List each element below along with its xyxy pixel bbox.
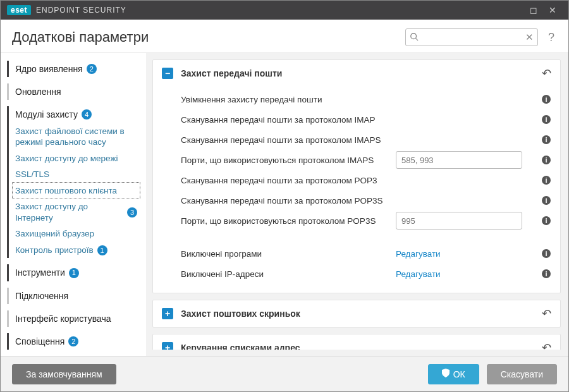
badge: 2 (68, 336, 78, 346)
brand-badge: eset (7, 5, 31, 15)
sidebar-item-label: Захист доступу до мережі (15, 153, 118, 164)
panel-mailboxes: + Захист поштових скриньок ↶ (152, 300, 561, 328)
row-scan-pop3: Сканування передачі пошти за протоколом … (181, 170, 551, 190)
sidebar-item-label: Ядро виявлення (15, 63, 83, 75)
row-label: Сканування передачі пошти за протоколом … (181, 135, 389, 145)
row-pop3s-ports: Порти, що використовуються протоколом PO… (181, 211, 551, 231)
badge: 3 (127, 207, 137, 217)
sidebar-sub-network-access[interactable]: Захист доступу до мережі (13, 150, 140, 167)
svg-text:i: i (545, 136, 547, 144)
defaults-button[interactable]: За замовчуванням (12, 364, 116, 384)
svg-text:i: i (545, 250, 547, 257)
input-imaps-ports[interactable] (396, 151, 522, 169)
svg-text:i: i (545, 197, 547, 204)
content: − Захист передачі пошти ↶ Увімкнення зах… (146, 53, 568, 356)
sidebar-item-label: Контроль пристроїв (15, 245, 94, 256)
expand-icon[interactable]: + (162, 342, 173, 350)
header: Додаткові параметри ✕ ? (1, 20, 568, 53)
row-label: Порти, що використовуються протоколом IM… (181, 156, 389, 165)
svg-text:i: i (545, 217, 547, 224)
sidebar-item-label: Оновлення (15, 86, 61, 97)
sidebar-item-label: Захист файлової системи в режимі реально… (15, 126, 137, 148)
ok-button[interactable]: ОК (428, 364, 479, 384)
sidebar-item-label: Захищений браузер (15, 228, 94, 240)
sidebar-item-tools[interactable]: Інструменти 1 (13, 264, 140, 281)
row-excluded-apps: Виключені програми Редагувати i (181, 243, 551, 264)
row-label: Сканування передачі пошти за протоколом … (181, 196, 389, 205)
info-icon[interactable]: i (541, 216, 551, 226)
info-icon[interactable]: i (541, 135, 551, 145)
row-excluded-ips: Виключені IP-адреси Редагувати i (181, 264, 551, 284)
info-icon[interactable]: i (541, 195, 551, 205)
row-label: Виключені IP-адреси (181, 269, 389, 279)
sidebar-item-ui[interactable]: Інтерфейс користувача (13, 310, 140, 327)
sidebar-sub-secure-browser[interactable]: Захищений браузер (13, 226, 140, 242)
expand-icon[interactable]: + (162, 308, 173, 319)
row-label: Виключені програми (181, 249, 389, 259)
cancel-button[interactable]: Скасувати (487, 364, 557, 384)
row-label: Сканування передачі пошти за протоколом … (181, 176, 389, 185)
sidebar-item-detection-core[interactable]: Ядро виявлення 2 (13, 61, 140, 77)
badge: 1 (97, 245, 107, 255)
search-input[interactable] (405, 28, 538, 46)
sidebar: Ядро виявлення 2 Оновлення Модулі захист… (1, 53, 146, 356)
sidebar-item-label: Захист поштового клієнта (15, 185, 117, 197)
sidebar-item-notifications[interactable]: Сповіщення 2 (13, 333, 140, 350)
panel-header[interactable]: − Захист передачі пошти ↶ (153, 60, 560, 87)
collapse-icon[interactable]: − (162, 68, 173, 79)
shield-icon (442, 369, 450, 379)
row-scan-pop3s: Сканування передачі пошти за протоколом … (181, 190, 551, 211)
info-icon[interactable]: i (541, 248, 551, 259)
reset-icon[interactable]: ↶ (542, 341, 551, 350)
sidebar-sub-device-control[interactable]: Контроль пристроїв 1 (13, 242, 140, 259)
panel-header[interactable]: + Захист поштових скриньок ↶ (153, 300, 560, 327)
sidebar-item-update[interactable]: Оновлення (13, 83, 140, 100)
info-icon[interactable]: i (541, 94, 551, 104)
app-window: eset ENDPOINT SECURITY ◻ ✕ Додаткові пар… (0, 0, 569, 392)
input-pop3s-ports[interactable] (396, 212, 522, 230)
sidebar-item-label: Підключення (15, 290, 68, 302)
svg-text:i: i (545, 156, 547, 164)
svg-text:i: i (545, 116, 547, 123)
window-maximize-icon[interactable]: ◻ (524, 5, 543, 15)
svg-text:i: i (545, 176, 547, 184)
content-scroll[interactable]: − Захист передачі пошти ↶ Увімкнення зах… (152, 59, 565, 350)
panel-mail-protection: − Захист передачі пошти ↶ Увімкнення зах… (152, 59, 561, 293)
row-label: Порти, що використовуються протоколом PO… (181, 216, 389, 226)
row-imaps-ports: Порти, що використовуються протоколом IM… (181, 150, 551, 170)
panel-title: Захист поштових скриньок (181, 309, 534, 319)
help-icon[interactable]: ? (546, 31, 557, 44)
row-label: Увімкнення захисту передачі пошти (181, 95, 389, 104)
sidebar-item-protection-modules[interactable]: Модулі захисту 4 (13, 106, 140, 123)
clear-search-icon[interactable]: ✕ (525, 32, 534, 43)
sidebar-sub-mail-client[interactable]: Захист поштового клієнта (13, 183, 140, 199)
info-icon[interactable]: i (541, 155, 551, 165)
ok-label: ОК (453, 369, 465, 379)
sidebar-item-label: SSL/TLS (15, 169, 49, 180)
info-icon[interactable]: i (541, 269, 551, 279)
edit-link[interactable]: Редагувати (396, 269, 441, 279)
panel-header[interactable]: + Керування списками адрес ↶ (153, 334, 560, 350)
window-close-icon[interactable]: ✕ (543, 5, 562, 15)
titlebar: eset ENDPOINT SECURITY ◻ ✕ (1, 1, 568, 20)
row-label: Сканування передачі пошти за протоколом … (181, 115, 389, 125)
sidebar-sub-web-access[interactable]: Захист доступу до Інтернету 3 (13, 199, 140, 226)
sidebar-item-label: Сповіщення (15, 336, 64, 347)
page-title: Додаткові параметри (12, 29, 149, 46)
sidebar-item-label: Модулі захисту (15, 109, 78, 120)
svg-text:i: i (545, 95, 547, 103)
panel-title: Захист передачі пошти (181, 68, 534, 78)
row-scan-imaps: Сканування передачі пошти за протоколом … (181, 130, 551, 150)
reset-icon[interactable]: ↶ (542, 307, 551, 321)
edit-link[interactable]: Редагувати (396, 249, 441, 259)
badge: 1 (69, 268, 79, 278)
info-icon[interactable]: i (541, 114, 551, 125)
row-scan-imap: Сканування передачі пошти за протоколом … (181, 109, 551, 130)
sidebar-sub-realtime-fs[interactable]: Захист файлової системи в режимі реально… (13, 123, 140, 150)
reset-icon[interactable]: ↶ (542, 66, 551, 80)
info-icon[interactable]: i (541, 175, 551, 185)
sidebar-item-label: Захист доступу до Інтернету (15, 201, 123, 223)
badge: 4 (82, 109, 92, 119)
sidebar-item-connection[interactable]: Підключення (13, 288, 140, 304)
sidebar-sub-ssl-tls[interactable]: SSL/TLS (13, 166, 140, 183)
